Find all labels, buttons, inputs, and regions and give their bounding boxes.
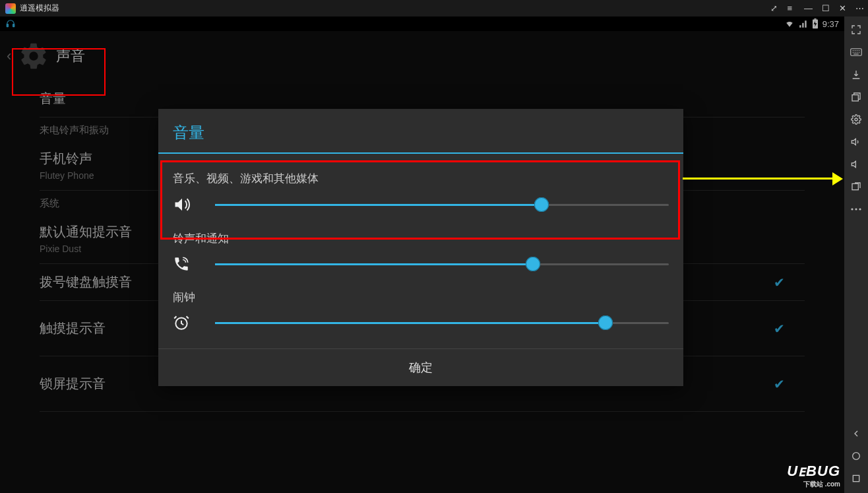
share-icon[interactable] [850,180,863,193]
watermark: UᴇBUG 下载站 .com [787,463,840,489]
svg-rect-13 [853,475,859,481]
nav-back-icon[interactable] [850,427,863,440]
nav-recent-icon[interactable] [850,472,863,485]
apk-install-icon[interactable] [850,68,863,81]
keyboard-icon[interactable] [850,46,863,59]
settings-gear-icon[interactable] [850,113,863,126]
volume-down-icon[interactable] [850,158,863,171]
android-screen: 9:37 ‹ 声音 音量 来电铃声和振动 手机铃声 Flutey Phone [0,16,844,493]
svg-point-11 [859,208,861,210]
slider-thumb[interactable] [598,315,613,330]
minimize-button[interactable]: — [804,3,813,13]
svg-rect-5 [851,49,862,56]
watermark-brand: UᴇBUG [787,463,840,479]
svg-point-12 [853,453,860,460]
volume-row-alarm: 闹钟 [173,290,669,331]
phone-ring-icon [173,255,195,273]
maximize-button[interactable]: ☐ [822,3,830,13]
slider-fill [215,322,605,324]
more-dots-icon[interactable] [850,203,863,216]
media-volume-slider[interactable] [215,204,669,206]
svg-point-10 [855,208,857,210]
volume-label: 音乐、视频、游戏和其他媒体 [173,171,669,186]
svg-rect-6 [852,95,858,101]
watermark-sub: 下载站 .com [787,480,840,489]
nav-home-icon[interactable] [850,449,863,463]
volume-row-media: 音乐、视频、游戏和其他媒体 [173,171,669,214]
volume-dialog: 音量 音乐、视频、游戏和其他媒体 铃声和通知 [158,109,683,386]
volume-row-ringtone: 铃声和通知 [173,231,669,273]
volume-label: 铃声和通知 [173,231,669,246]
dialog-confirm-button[interactable]: 确定 [158,348,683,386]
ringtone-volume-slider[interactable] [215,263,669,265]
emulator-side-toolbar [844,16,868,493]
close-button[interactable]: ✕ [839,3,846,13]
svg-point-9 [851,208,853,210]
multi-window-icon[interactable] [850,90,863,104]
volume-label: 闹钟 [173,290,669,305]
window-controls: ⤢ ≡ — ☐ ✕ ⋯ [770,0,864,16]
svg-point-7 [855,118,857,121]
mini-mode-icon[interactable]: ⤢ [770,3,778,13]
alarm-clock-icon [173,314,195,331]
slider-thumb[interactable] [526,257,540,271]
app-logo-icon [5,3,16,14]
alarm-volume-slider[interactable] [215,322,669,324]
volume-up-icon[interactable] [850,135,863,148]
slider-fill [215,204,542,206]
emulator-titlebar: 逍遥模拟器 ⤢ ≡ — ☐ ✕ ⋯ [0,0,868,16]
more-button[interactable]: ⋯ [855,3,864,13]
slider-fill [215,263,533,265]
dialog-title: 音量 [158,109,683,154]
menu-lines-icon[interactable]: ≡ [787,3,792,13]
slider-thumb[interactable] [534,197,549,212]
speaker-icon [173,195,195,214]
fullscreen-icon[interactable] [850,23,863,36]
app-title: 逍遥模拟器 [20,3,59,14]
svg-rect-8 [852,183,858,189]
